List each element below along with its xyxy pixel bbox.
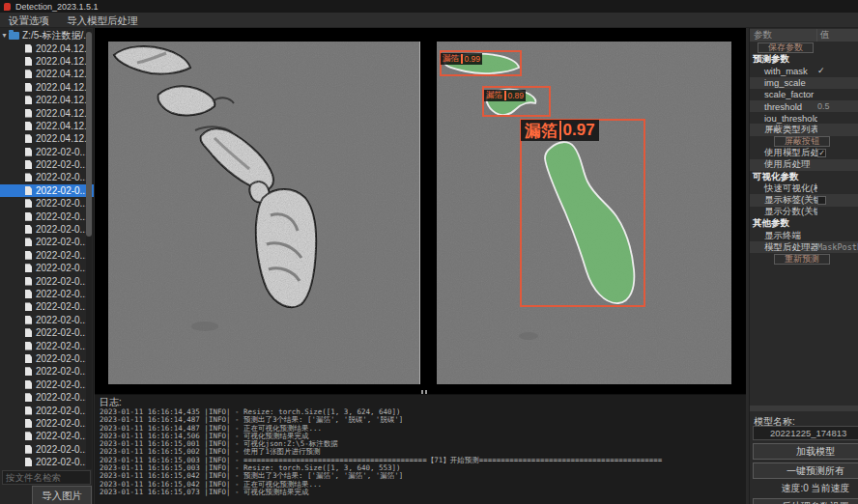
speed-status-label: 速度:0 当前速度 [753, 482, 858, 495]
checkbox-empty[interactable] [817, 196, 826, 205]
tree-scrollbar-thumb[interactable] [86, 32, 92, 237]
original-image [108, 42, 419, 384]
param-row[interactable]: 显示标签(关键点) [750, 194, 858, 206]
param-name: img_scale [750, 77, 817, 88]
param-name: 预测参数 [750, 53, 817, 66]
tree-item[interactable]: 2022.04.12... [0, 42, 94, 54]
tree-item[interactable]: 2022-02-0... [0, 146, 94, 158]
file-icon [25, 57, 32, 66]
tree-scrollbar[interactable] [86, 29, 92, 469]
param-section-header: 预测参数 [750, 53, 858, 65]
tree-item[interactable]: 2022-02-0... [0, 158, 94, 171]
tree-item[interactable]: 2022-02-0... [0, 456, 94, 468]
tree-item-label: 2022-02-0... [36, 198, 88, 209]
tree-item-label: 2022-02-0... [36, 379, 88, 390]
menu-settings[interactable]: 设置选项 [0, 13, 58, 28]
param-row[interactable]: img_scale [750, 77, 858, 89]
param-name: threshold [750, 101, 817, 112]
tree-item[interactable]: 2022-02-0... [0, 288, 94, 300]
tree-item-label: 2022-02-0... [36, 224, 88, 235]
tree-item[interactable]: 2022-02-0... [0, 391, 94, 404]
model-name-field[interactable]: 20221225_174813 [753, 426, 858, 440]
file-icon [25, 354, 32, 363]
file-icon [25, 342, 32, 350]
param-row[interactable]: 显示分数(关键点) [750, 207, 858, 218]
det-3-divider [559, 121, 561, 140]
param-row[interactable]: 屏蔽类型列表 [750, 124, 858, 135]
param-name: 其他参数 [750, 217, 817, 230]
file-icon [25, 173, 32, 182]
tree-item-label: 2022-02-0... [36, 327, 88, 338]
param-row[interactable]: with_mask✓ [750, 65, 858, 76]
tree-expand-arrow-icon[interactable]: ▾ [0, 31, 9, 40]
file-icon [25, 432, 32, 440]
tree-item[interactable]: 2022-02-0... [0, 339, 94, 351]
param-button-row: 重新预测 [750, 253, 858, 265]
predict-all-button[interactable]: 一键预测所有 [753, 462, 858, 479]
param-row[interactable]: 使用后处理 [750, 159, 858, 171]
tree-item[interactable]: 2022.04.12... [0, 94, 94, 106]
tree-item[interactable]: 2022-02-0... [0, 210, 94, 222]
postprocess-settings-button[interactable]: 后处理参数设置 [753, 498, 858, 504]
tree-item[interactable]: 2022.04.12... [0, 81, 94, 94]
param-row[interactable]: iou_threshold [750, 112, 858, 124]
param-name: with_mask [750, 66, 817, 76]
tree-item[interactable]: 2022.04.12... [0, 55, 94, 68]
checkbox-checked[interactable]: ✓ [817, 149, 826, 157]
file-icon [25, 225, 32, 234]
load-model-button[interactable]: 加载模型 [753, 443, 858, 460]
det-2-divider [504, 91, 506, 100]
check-icon: ✓ [817, 66, 825, 75]
tree-item[interactable]: 2022-02-0... [0, 249, 94, 262]
file-icon [25, 186, 32, 195]
param-row[interactable]: threshold0.5 [750, 100, 858, 112]
file-tree: ▾ Z:/5-标注数据/... 2022.04.12...2022.04.12.… [0, 29, 94, 470]
tree-item[interactable]: 2022-02-0... [0, 404, 94, 416]
param-button-row: 保存参数 [750, 42, 858, 53]
tree-item[interactable]: 2022-02-0... [0, 236, 94, 248]
file-icon [25, 70, 32, 78]
tree-item[interactable]: 2022-02-0... [0, 314, 94, 326]
param-row[interactable]: 显示终端 [750, 230, 858, 241]
file-icon [25, 406, 32, 415]
tree-item[interactable]: 2022-02-0... [0, 262, 94, 274]
param-row[interactable]: 使用模型后处理✓ [750, 148, 858, 159]
param-row[interactable]: 模型后处理器MaskPostPro [750, 241, 858, 253]
tree-root-node[interactable]: ▾ Z:/5-标注数据/... [0, 29, 94, 42]
tree-item[interactable]: 2022-02-0... [0, 171, 94, 183]
tree-item[interactable]: 2022-02-0... [0, 300, 94, 313]
file-tree-panel: ▾ Z:/5-标注数据/... 2022.04.12...2022.04.12.… [0, 28, 94, 504]
menu-import-model-postproc[interactable]: 导入模型后处理 [58, 13, 147, 28]
tree-item[interactable]: 2022-02-0... [0, 197, 94, 210]
tree-item[interactable]: 2022-02-0... [0, 430, 94, 442]
tree-item[interactable]: 2022.04.12... [0, 132, 94, 145]
tree-item[interactable]: 2022-02-0... [0, 378, 94, 391]
tree-item[interactable]: 2022.04.12... [0, 106, 94, 119]
tree-item-label: 2022-02-0... [36, 237, 88, 247]
param-action-button[interactable]: 屏蔽按钮 [774, 136, 830, 147]
param-action-button[interactable]: 重新预测 [774, 254, 830, 265]
det-1-score: 0.99 [465, 54, 481, 64]
param-row[interactable]: scale_factor [750, 89, 858, 100]
tree-item[interactable]: 2022-02-0... [0, 223, 94, 236]
detection-label-2: 漏箔0.89 [484, 90, 526, 101]
tree-item[interactable]: 2022-02-0... [0, 274, 94, 287]
tree-item[interactable]: 2022-02-0... [0, 352, 94, 365]
tree-item[interactable]: 2022-02-0... [0, 443, 94, 456]
tree-item[interactable]: 2022-02-0... [0, 365, 94, 378]
tree-item[interactable]: 2022-02-0... [0, 417, 94, 430]
tree-item[interactable]: 2022.04.12... [0, 120, 94, 132]
file-icon [25, 290, 32, 298]
detection-label-3: 漏箔0.97 [521, 120, 599, 141]
param-action-button[interactable]: 保存参数 [758, 42, 814, 53]
tree-item[interactable]: 2022.04.12... [0, 68, 94, 80]
param-name: 显示标签(关键点) [750, 194, 817, 207]
import-images-button[interactable]: 导入图片 [32, 486, 92, 504]
tree-item[interactable]: 2022-02-0... [0, 326, 94, 339]
filename-search-input[interactable] [2, 470, 91, 485]
param-row[interactable]: 快速可视化(检测) [750, 182, 858, 194]
tree-item-label: 2022-02-0... [36, 263, 88, 273]
panel-divider [750, 406, 858, 411]
file-icon [25, 44, 32, 53]
tree-item[interactable]: 2022-02-0... [0, 184, 94, 197]
